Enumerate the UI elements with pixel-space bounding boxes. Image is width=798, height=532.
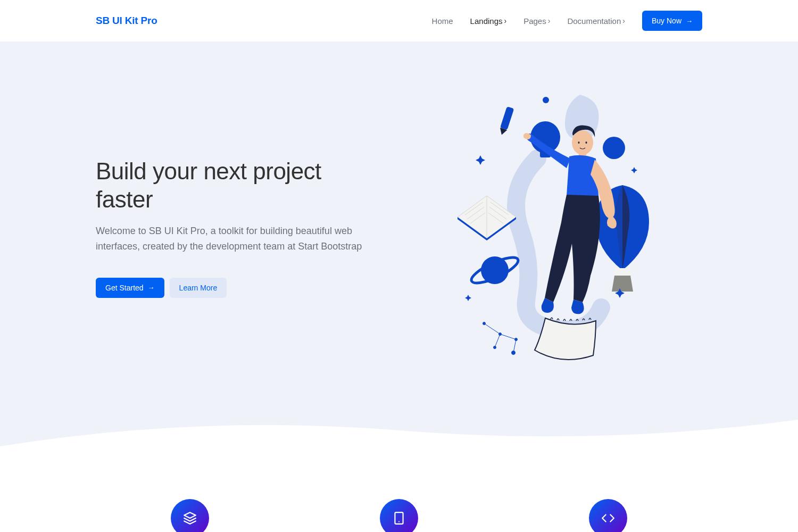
svg-point-21 xyxy=(499,333,502,336)
svg-line-16 xyxy=(484,323,500,334)
svg-point-0 xyxy=(543,97,549,103)
svg-rect-14 xyxy=(614,268,630,276)
arrow-right-icon: → xyxy=(148,284,155,292)
hero-content: Build your next project faster Welcome t… xyxy=(96,157,383,297)
hero-illustration xyxy=(415,95,702,361)
hero-title: Build your next project faster xyxy=(96,157,383,214)
learn-more-label: Learn More xyxy=(179,284,218,292)
svg-rect-4 xyxy=(500,106,514,130)
nav-landings-label: Landings xyxy=(470,16,503,26)
buy-now-button[interactable]: Buy Now → xyxy=(642,11,702,31)
feature-documentation: Complete documentation All of the layout… xyxy=(514,499,702,532)
chevron-right-icon: › xyxy=(548,16,551,25)
features-container: Built for developers Our modular, block-… xyxy=(96,499,702,532)
svg-point-15 xyxy=(638,220,643,225)
smartphone-icon xyxy=(380,499,418,532)
svg-point-24 xyxy=(512,351,516,355)
hero-buttons: Get Started → Learn More xyxy=(96,278,383,298)
nav-pages-label: Pages xyxy=(523,16,546,26)
svg-point-23 xyxy=(515,338,518,341)
svg-point-27 xyxy=(586,142,587,144)
nav-home[interactable]: Home xyxy=(432,16,453,26)
hero-section: Build your next project faster Welcome t… xyxy=(0,41,798,456)
nav-landings[interactable]: Landings › xyxy=(470,16,507,26)
svg-point-22 xyxy=(494,346,496,349)
code-icon xyxy=(589,499,627,532)
layers-icon xyxy=(171,499,209,532)
wave-divider xyxy=(0,414,798,456)
svg-point-20 xyxy=(483,322,486,325)
svg-point-12 xyxy=(481,256,509,284)
arrow-right-icon: → xyxy=(686,17,693,25)
chevron-right-icon: › xyxy=(504,16,507,25)
navbar: SB UI Kit Pro Home Landings › Pages › Do… xyxy=(96,0,702,41)
chevron-right-icon: › xyxy=(622,16,625,25)
hero-container: Build your next project faster Welcome t… xyxy=(96,95,702,361)
svg-line-18 xyxy=(500,334,516,339)
svg-point-25 xyxy=(572,130,593,155)
nav-documentation-label: Documentation xyxy=(567,16,621,26)
feature-responsive: Modern responsive design This UI Kit is … xyxy=(305,499,493,532)
nav-documentation[interactable]: Documentation › xyxy=(567,16,625,26)
svg-marker-29 xyxy=(184,512,196,518)
get-started-button[interactable]: Get Started → xyxy=(96,278,164,298)
feature-developers: Built for developers Our modular, block-… xyxy=(96,499,284,532)
hero-subtitle: Welcome to SB UI Kit Pro, a toolkit for … xyxy=(96,223,383,254)
buy-now-label: Buy Now xyxy=(652,16,681,25)
nav-pages[interactable]: Pages › xyxy=(523,16,550,26)
learn-more-button[interactable]: Learn More xyxy=(170,278,227,298)
features-section: Built for developers Our modular, block-… xyxy=(0,456,798,532)
svg-point-1 xyxy=(603,137,625,159)
brand-logo[interactable]: SB UI Kit Pro xyxy=(96,15,157,27)
svg-point-26 xyxy=(578,142,580,144)
svg-line-17 xyxy=(495,334,500,347)
nav-links: Home Landings › Pages › Documentation › … xyxy=(432,11,702,31)
get-started-label: Get Started xyxy=(105,284,144,292)
